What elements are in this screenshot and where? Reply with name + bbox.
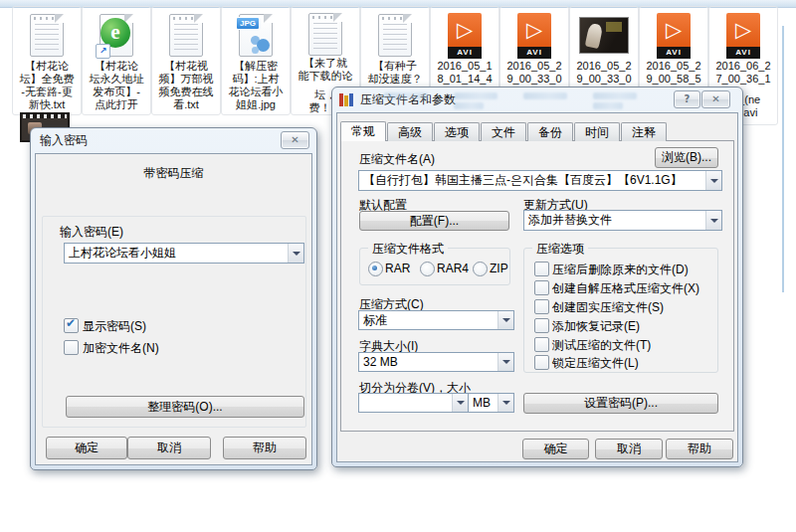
video-thumbnail-icon	[579, 17, 629, 54]
organize-passwords-button[interactable]: 整理密码(O)...	[66, 396, 304, 418]
archive-dialog-body: 常规 高级 选项 文件 备份 时间 注释 压缩文件名(A) 浏览(B)... 【…	[336, 112, 738, 462]
update-mode-select[interactable]: 添加并替换文件	[523, 210, 722, 231]
cancel-button[interactable]: 取消	[595, 439, 663, 459]
chevron-down-icon[interactable]	[452, 394, 468, 412]
browser-e-icon	[100, 14, 133, 57]
option-lock-label[interactable]: 锁定压缩文件(L)	[552, 355, 639, 372]
window-edge-line	[782, 26, 784, 292]
split-unit-select[interactable]: MB	[468, 393, 514, 413]
format-group: 压缩文件格式 RAR RAR4 ZIP	[359, 248, 510, 285]
password-dialog-body: 带密码压缩 输入密码(E) 上村花论坛看小姐姐 显示密码(S) 加密文件名(N)…	[35, 153, 312, 465]
desktop-icon-txt-forum[interactable]: 【村花论坛】全免费 -无套路-更新快.txt	[12, 6, 82, 115]
show-password-checkbox[interactable]	[64, 318, 79, 333]
desktop-icon-browser-shortcut[interactable]: 【村花论坛永久地址 发布页】-点此打开	[82, 6, 151, 115]
icon-label: 2016_05_18_01_14_4	[437, 60, 492, 86]
glass-ghost-text	[593, 92, 637, 99]
jpg-file-icon: JPG	[239, 14, 273, 57]
glass-ghost-text	[523, 92, 567, 99]
archive-dialog: 压缩文件名和参数 ? ✕ 常规 高级 选项 文件 备份 时间 注释 压缩文件名(…	[331, 87, 743, 467]
show-password-label[interactable]: 显示密码(S)	[83, 318, 146, 335]
glass-ghost-text	[384, 92, 428, 99]
radio-rar[interactable]	[368, 262, 383, 276]
avi-file-icon: AVI	[726, 13, 760, 59]
icon-label: 2016_05_29_00_58_5	[646, 60, 700, 86]
tab-files[interactable]: 文件	[481, 122, 526, 141]
desktop: { "chrome": { "help_glyph": "?", "close_…	[0, 0, 796, 532]
ok-button[interactable]: 确定	[46, 437, 127, 459]
radio-rar4-label[interactable]: RAR4	[437, 262, 469, 275]
help-button[interactable]: 帮助	[666, 439, 733, 459]
profile-button[interactable]: 配置(F)...	[359, 211, 509, 231]
option-lock-checkbox[interactable]	[534, 355, 549, 370]
text-file-icon	[308, 13, 342, 56]
chevron-down-icon[interactable]	[705, 211, 721, 230]
cancel-button[interactable]: 取消	[127, 437, 211, 459]
options-group-label: 压缩选项	[532, 241, 588, 258]
radio-zip-label[interactable]: ZIP	[490, 262, 508, 275]
shortcut-arrow-icon	[96, 44, 110, 59]
icon-label: 2016_05_29_00_33_0	[506, 60, 561, 86]
password-dialog-titlebar[interactable]: 输入密码	[31, 128, 316, 153]
winrar-icon	[339, 93, 355, 106]
option-sfx-label[interactable]: 创建自解压格式压缩文件(X)	[552, 280, 699, 297]
tab-advanced[interactable]: 高级	[387, 122, 433, 141]
tab-strip: 常规 高级 选项 文件 备份 时间 注释	[340, 122, 668, 141]
chevron-down-icon[interactable]	[288, 244, 303, 263]
password-dialog-title: 输入密码	[40, 132, 88, 149]
browse-button[interactable]: 浏览(B)...	[655, 147, 718, 168]
play-icon	[726, 13, 760, 47]
help-icon[interactable]: ?	[674, 90, 700, 108]
option-recovery-label[interactable]: 添加恢复记录(E)	[552, 318, 640, 335]
close-icon[interactable]: ✕	[701, 90, 730, 108]
desktop-icon-jpg-password[interactable]: JPG 【解压密码】:上村 花论坛看小姐姐.jpg	[221, 6, 291, 115]
play-icon	[657, 13, 691, 47]
help-button[interactable]: 帮助	[223, 437, 306, 459]
option-test-label[interactable]: 测试压缩的文件(T)	[552, 337, 651, 354]
password-input-label: 输入密码(E)	[60, 224, 123, 241]
play-icon	[448, 13, 482, 47]
encrypt-filenames-label[interactable]: 加密文件名(N)	[83, 340, 159, 357]
dictionary-select[interactable]: 32 MB	[358, 352, 514, 372]
password-dialog-heading: 带密码压缩	[36, 165, 311, 182]
password-dialog: 输入密码 ✕ 带密码压缩 输入密码(E) 上村花论坛看小姐姐 显示密码(S) 加…	[30, 127, 317, 470]
icon-label: 【村花视频】万部视 频免费在线看.txt	[159, 60, 214, 111]
password-input[interactable]: 上村花论坛看小姐姐	[64, 243, 304, 264]
avi-file-icon: AVI	[517, 13, 551, 59]
archive-name-input[interactable]: 【自行打包】韩国主播三点-은지合集【百度云】【6V1.1G】	[358, 170, 722, 191]
options-group: 压缩选项 压缩后删除原来的文件(D) 创建自解压格式压缩文件(X) 创建固实压缩…	[523, 248, 718, 373]
glass-ghost-text	[593, 102, 623, 109]
tab-options[interactable]: 选项	[434, 122, 480, 141]
option-sfx-checkbox[interactable]	[534, 280, 549, 295]
set-password-button[interactable]: 设置密码(P)...	[523, 393, 718, 414]
avi-file-icon: AVI	[657, 13, 691, 59]
method-select[interactable]: 标准	[358, 310, 514, 330]
encrypt-filenames-checkbox[interactable]	[64, 340, 79, 355]
icon-label: 【有种子却没速度？	[368, 60, 423, 86]
option-delete-files-checkbox[interactable]	[534, 262, 549, 276]
option-solid-label[interactable]: 创建固实压缩文件(S)	[552, 299, 664, 316]
avi-file-icon: AVI	[448, 13, 482, 59]
tab-general[interactable]: 常规	[340, 121, 386, 141]
chevron-down-icon[interactable]	[498, 394, 513, 412]
radio-rar-label[interactable]: RAR	[385, 262, 410, 275]
text-file-icon	[30, 14, 64, 57]
ok-button[interactable]: 确定	[522, 439, 589, 459]
radio-rar4[interactable]	[420, 262, 435, 276]
chevron-down-icon[interactable]	[498, 353, 513, 371]
option-recovery-checkbox[interactable]	[534, 318, 549, 333]
tab-time[interactable]: 时间	[574, 122, 620, 141]
radio-zip[interactable]	[473, 262, 488, 276]
option-test-checkbox[interactable]	[534, 337, 549, 352]
tab-comment[interactable]: 注释	[621, 122, 667, 141]
close-icon[interactable]: ✕	[281, 131, 309, 149]
option-solid-checkbox[interactable]	[534, 299, 549, 314]
desktop-icon-txt-video[interactable]: 【村花视频】万部视 频免费在线看.txt	[151, 6, 221, 115]
icon-label: 2016_05_29_00_33_0	[576, 60, 631, 86]
chevron-down-icon[interactable]	[705, 171, 721, 190]
tab-backup[interactable]: 备份	[527, 122, 573, 141]
chevron-down-icon[interactable]	[498, 311, 513, 329]
archive-name-label: 压缩文件名(A)	[359, 151, 435, 168]
option-delete-files-label[interactable]: 压缩后删除原来的文件(D)	[552, 262, 689, 278]
text-file-icon	[169, 14, 203, 57]
split-size-input[interactable]	[358, 393, 469, 413]
